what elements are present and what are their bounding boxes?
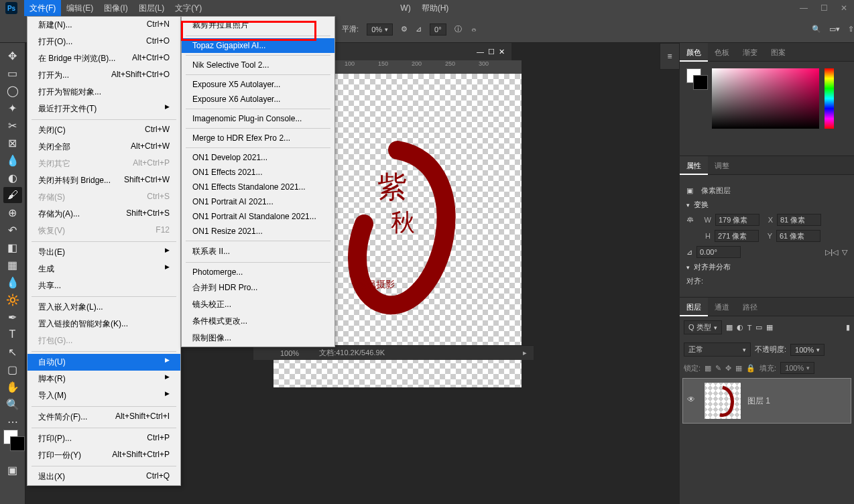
type-tool[interactable]: T xyxy=(3,326,22,342)
wand-tool[interactable]: ✦ xyxy=(3,100,22,116)
layer-name[interactable]: 图层 1 xyxy=(747,395,770,407)
file-menu-item[interactable]: 存储为(A)...Shift+Ctrl+S xyxy=(27,206,180,223)
move-tool[interactable]: ✥ xyxy=(3,48,22,64)
file-menu-item[interactable]: 生成 xyxy=(27,261,180,277)
pen-tool[interactable]: ✒ xyxy=(3,309,22,325)
tab-channels[interactable]: 通道 xyxy=(708,298,736,316)
file-menu-item[interactable]: 在 Bridge 中浏览(B)...Alt+Ctrl+O xyxy=(27,50,180,67)
align-header[interactable]: ▾对齐并分布 xyxy=(686,262,847,272)
tab-adjustments[interactable]: 调整 xyxy=(708,156,736,175)
close-button[interactable]: ✕ xyxy=(834,1,854,15)
width-input[interactable] xyxy=(715,214,759,226)
zoom-level[interactable]: 100% xyxy=(280,349,299,357)
hue-slider[interactable] xyxy=(825,68,834,129)
smooth-gear-icon[interactable]: ⚙ xyxy=(401,25,408,34)
file-menu-item[interactable]: 打开(O)...Ctrl+O xyxy=(27,34,180,50)
frame-tool[interactable]: ⊠ xyxy=(3,135,22,151)
file-menu-item[interactable]: 自动(U) xyxy=(27,354,180,371)
tab-patterns[interactable]: 图案 xyxy=(764,43,792,62)
smooth-value[interactable]: 0% ▾ xyxy=(367,23,393,36)
menu-window[interactable]: W) xyxy=(395,0,416,16)
file-menu-item[interactable]: 恢复(V)F12 xyxy=(27,223,180,239)
visibility-icon[interactable]: 👁 xyxy=(687,395,699,407)
filter-shape-icon[interactable]: ▭ xyxy=(755,323,762,332)
layer-filter-dropdown[interactable]: Q 类型 ▾ xyxy=(684,320,722,334)
tab-restore-icon[interactable]: ☐ xyxy=(488,48,495,56)
auto-menu-item[interactable]: Imagenomic Plug-in Console... xyxy=(182,111,334,126)
eraser-tool[interactable]: ◧ xyxy=(3,239,22,255)
fg-bg-swatch[interactable] xyxy=(686,68,707,91)
opacity-value[interactable]: 100%▾ xyxy=(790,344,825,356)
gradient-tool[interactable]: ▦ xyxy=(3,257,22,273)
status-arrow[interactable]: ▸ xyxy=(523,349,527,357)
more-tools[interactable]: ⋯ xyxy=(3,414,22,430)
menu-file[interactable]: 文件(F) xyxy=(24,0,61,16)
file-menu-item[interactable]: 最近打开文件(T) xyxy=(27,101,180,117)
crop-tool[interactable]: ✂ xyxy=(3,117,22,133)
file-menu-item[interactable]: 导入(M) xyxy=(27,387,180,404)
history-brush-tool[interactable]: ↶ xyxy=(3,222,22,238)
lock-all-icon[interactable]: 🔒 xyxy=(746,364,755,373)
file-menu-item[interactable]: 导出(E) xyxy=(27,244,180,261)
auto-menu-item[interactable]: Exposure X5 Autolayer... xyxy=(182,77,334,92)
filter-type-icon[interactable]: T xyxy=(747,324,752,332)
auto-menu-item[interactable]: 镜头校正... xyxy=(182,296,334,313)
hand-tool[interactable]: ✋ xyxy=(3,379,22,395)
x-input[interactable] xyxy=(777,214,821,226)
lock-brush-icon[interactable]: ✎ xyxy=(715,364,721,373)
angle-input[interactable] xyxy=(696,246,741,258)
lock-trans-icon[interactable]: ▩ xyxy=(705,364,711,373)
menu-image[interactable]: 图像(I) xyxy=(99,0,133,16)
auto-menu-item[interactable]: 条件模式更改... xyxy=(182,313,334,330)
menu-layer[interactable]: 图层(L) xyxy=(133,0,170,16)
file-menu-item[interactable]: 新建(N)...Ctrl+N xyxy=(27,17,180,34)
file-menu-item[interactable]: 文件简介(F)...Alt+Shift+Ctrl+I xyxy=(27,409,180,426)
butterfly-icon[interactable]: ᰔ xyxy=(470,25,477,34)
color-swap[interactable] xyxy=(3,433,22,449)
blend-mode-dropdown[interactable]: 正常 ▾ xyxy=(684,342,751,357)
auto-menu-item[interactable]: 合并到 HDR Pro... xyxy=(182,279,334,296)
menu-edit[interactable]: 编辑(E) xyxy=(61,0,99,16)
link-wh-icon[interactable]: 𐄷 xyxy=(686,216,694,224)
color-picker[interactable] xyxy=(712,68,819,129)
share-icon[interactable]: ⇧ xyxy=(848,25,854,34)
path-tool[interactable]: ↖ xyxy=(3,344,22,360)
file-menu-item[interactable]: 退出(X)Ctrl+Q xyxy=(27,468,180,485)
auto-menu-item[interactable]: Photomerge... xyxy=(182,265,334,279)
file-menu-item[interactable]: 打开为...Alt+Shift+Ctrl+O xyxy=(27,67,180,84)
file-menu-item[interactable]: 关闭并转到 Bridge...Shift+Ctrl+W xyxy=(27,172,180,189)
dodge-tool[interactable]: 🔆 xyxy=(3,292,22,308)
search-icon[interactable]: 🔍 xyxy=(812,25,821,34)
file-menu-item[interactable]: 共享... xyxy=(27,277,180,294)
auto-menu-item[interactable]: ON1 Portrait AI Standalone 2021... xyxy=(182,209,334,224)
minimize-button[interactable]: — xyxy=(794,1,814,15)
auto-menu-item[interactable]: Merge to HDR Efex Pro 2... xyxy=(182,131,334,145)
filter-toggle[interactable]: ▮ xyxy=(846,323,850,332)
lasso-tool[interactable]: ◯ xyxy=(3,82,22,99)
eyedropper-tool[interactable]: 💧 xyxy=(3,152,22,168)
file-menu-item[interactable]: 打印(P)...Ctrl+P xyxy=(27,430,180,447)
lock-artboard-icon[interactable]: ▦ xyxy=(735,364,742,373)
file-menu-item[interactable]: 关闭其它Alt+Ctrl+P xyxy=(27,155,180,172)
flip-v-icon[interactable]: ▽ xyxy=(842,248,847,257)
layer-row[interactable]: 👁 图层 1 xyxy=(682,378,851,424)
marquee-tool[interactable]: ▭ xyxy=(3,65,22,81)
flip-h-icon[interactable]: ▷|◁ xyxy=(825,248,838,257)
quickmask-tool[interactable]: ▣ xyxy=(3,462,22,478)
tab-color[interactable]: 颜色 xyxy=(680,43,708,62)
file-menu-item[interactable]: 打印一份(Y)Alt+Shift+Ctrl+P xyxy=(27,447,180,464)
auto-menu-item[interactable]: ON1 Effects Standalone 2021... xyxy=(182,180,334,194)
blur-tool[interactable]: 💧 xyxy=(3,274,22,290)
y-input[interactable] xyxy=(776,230,820,242)
file-menu-item[interactable]: 置入链接的智能对象(K)... xyxy=(27,316,180,332)
file-menu-item[interactable]: 脚本(R) xyxy=(27,371,180,387)
file-menu-item[interactable]: 存储(S)Ctrl+S xyxy=(27,189,180,206)
zoom-tool[interactable]: 🔍 xyxy=(3,396,22,412)
file-menu-item[interactable]: 关闭全部Alt+Ctrl+W xyxy=(27,139,180,155)
tab-paths[interactable]: 路径 xyxy=(736,298,764,316)
auto-menu-item[interactable]: 限制图像... xyxy=(182,330,334,346)
auto-menu-item[interactable]: 裁剪并拉直照片 xyxy=(182,17,334,34)
tab-close-icon[interactable]: ✕ xyxy=(499,48,505,56)
auto-menu-item[interactable]: Nik Selective Tool 2... xyxy=(182,58,334,72)
heal-tool[interactable]: ◐ xyxy=(3,170,22,186)
